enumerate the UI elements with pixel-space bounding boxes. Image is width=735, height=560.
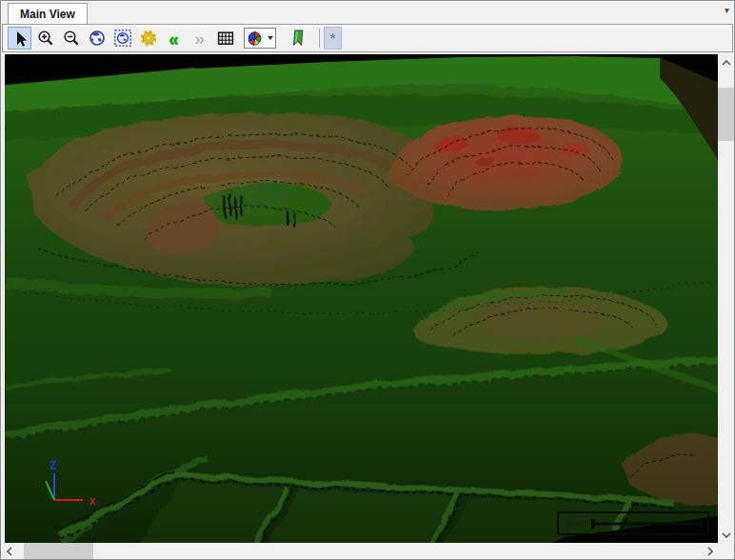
toolbar-separator — [319, 29, 320, 48]
vertical-scroll-thumb[interactable] — [718, 88, 734, 141]
tab-main-view-label: Main View — [20, 8, 75, 21]
chevron-left-icon — [7, 547, 12, 556]
horizontal-scroll-thumb[interactable] — [24, 543, 93, 559]
vertical-scrollbar[interactable] — [718, 54, 734, 543]
zoom-in-button[interactable] — [33, 27, 57, 50]
globe-icon — [88, 29, 107, 48]
terrain-render — [5, 54, 718, 543]
terrain-viewport[interactable]: 30m Z x — [5, 54, 718, 543]
display-mode-combo[interactable] — [244, 28, 276, 49]
toolbar: « » * — [2, 24, 733, 52]
scrollbar-corner — [718, 543, 734, 559]
scale-bar-label: 30m — [565, 517, 586, 530]
zoom-window-button[interactable] — [110, 27, 134, 50]
zoom-out-icon — [62, 29, 81, 48]
combo-dropdown-icon — [268, 36, 273, 40]
axis-x-label: x — [89, 494, 96, 508]
chevron-down-icon — [722, 532, 731, 538]
application-window: Main View ▾ « » — [0, 0, 735, 560]
modified-indicator-button[interactable]: * — [324, 27, 342, 50]
ribbon-icon — [288, 29, 308, 48]
asterisk-glyph: * — [330, 30, 335, 46]
vertical-scroll-track[interactable] — [718, 70, 734, 527]
scale-bar-line — [591, 518, 704, 530]
scroll-left-button[interactable] — [1, 543, 17, 559]
zoom-out-button[interactable] — [59, 27, 83, 50]
zoom-full-extent-button[interactable] — [85, 27, 109, 50]
bottom-scroll-row — [1, 543, 734, 559]
tab-main-view[interactable]: Main View — [8, 3, 88, 24]
chevron-up-icon — [722, 60, 731, 66]
cursor-arrow-icon — [10, 29, 30, 48]
horizontal-scroll-track[interactable] — [17, 543, 702, 559]
bookmark-button[interactable] — [286, 27, 309, 50]
axis-z-label: Z — [50, 459, 56, 472]
zoom-in-icon — [36, 29, 55, 48]
next-view-button[interactable]: » — [188, 27, 211, 50]
horizontal-scrollbar[interactable] — [1, 543, 718, 559]
previous-view-button[interactable]: « — [162, 27, 186, 50]
scale-bar: 30m — [557, 511, 709, 535]
chevrons-left-icon: « — [169, 30, 179, 48]
main-area: 30m Z x — [1, 52, 734, 543]
settings-button[interactable] — [136, 27, 160, 50]
chevrons-right-icon: » — [194, 30, 205, 48]
scroll-right-button[interactable] — [702, 543, 718, 559]
chevron-right-icon — [707, 547, 713, 556]
scroll-up-button[interactable] — [718, 54, 734, 70]
grid-icon — [216, 29, 235, 48]
gear-icon — [139, 29, 158, 48]
grid-toggle-button[interactable] — [213, 27, 237, 50]
select-cursor-button[interactable] — [8, 27, 31, 50]
scroll-down-button[interactable] — [718, 527, 734, 543]
tab-list-dropdown-icon[interactable]: ▾ — [725, 5, 729, 15]
tab-bar: Main View ▾ — [1, 1, 734, 24]
palette-pie-icon — [247, 30, 263, 47]
globe-frame-icon — [113, 29, 132, 48]
axis-indicator: Z x — [37, 458, 109, 515]
